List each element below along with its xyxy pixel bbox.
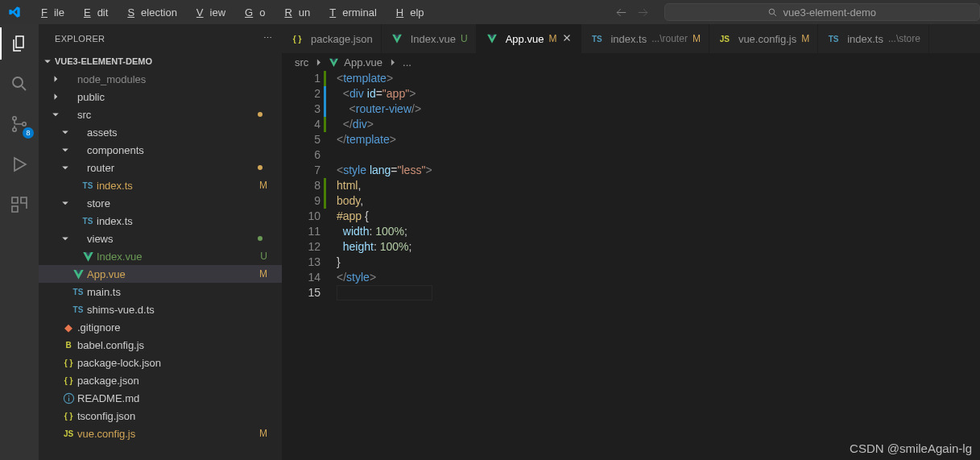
git-status: U xyxy=(260,251,267,262)
tab-index.ts[interactable]: TSindex.ts...\routerM xyxy=(581,24,709,53)
tab-vue.config.js[interactable]: JSvue.config.jsM xyxy=(709,24,818,53)
menu-selection[interactable]: Selection xyxy=(114,0,183,24)
breadcrumb-seg: src xyxy=(295,56,308,68)
code-line[interactable]: <router-view/> xyxy=(337,102,432,117)
file-babel.config.js[interactable]: Bbabel.config.js xyxy=(39,336,282,354)
code-line[interactable] xyxy=(337,147,432,163)
file-.gitignore[interactable]: ◆.gitignore xyxy=(39,318,282,336)
nav-back-icon[interactable]: 🡠 xyxy=(616,6,626,19)
sidebar-more-icon[interactable]: ⋯ xyxy=(263,33,272,44)
tree-item-label: main.ts xyxy=(87,286,121,298)
editor-group: { }package.jsonIndex.vueUApp.vueMTSindex… xyxy=(282,24,980,460)
activity-explorer[interactable] xyxy=(0,31,39,56)
git-dot xyxy=(258,165,263,170)
menu-run[interactable]: Run xyxy=(271,0,316,24)
code-line[interactable]: </style> xyxy=(337,270,432,285)
editor-tabs: { }package.jsonIndex.vueUApp.vueMTSindex… xyxy=(282,24,980,53)
tab-status: M xyxy=(548,33,556,44)
code-line[interactable]: } xyxy=(337,255,432,270)
code-line[interactable]: </template> xyxy=(337,132,432,147)
tree-item-label: public xyxy=(77,91,105,103)
folder-assets[interactable]: assets xyxy=(39,123,282,141)
tab-Index.vue[interactable]: Index.vueU xyxy=(382,24,477,53)
activity-extensions[interactable] xyxy=(0,192,39,218)
tree-item-label: node_modules xyxy=(77,73,146,85)
file-index.ts[interactable]: TSindex.ts xyxy=(39,212,282,230)
chevron-right-icon xyxy=(313,57,324,68)
titlebar: FileEditSelectionViewGoRunTerminalHelp 🡠… xyxy=(0,0,980,24)
menu-view[interactable]: View xyxy=(184,0,232,24)
tab-label: index.ts xyxy=(610,33,647,45)
chevron-down-icon xyxy=(60,198,71,208)
close-icon[interactable] xyxy=(561,32,573,46)
file-README.md[interactable]: README.md xyxy=(39,389,282,407)
chevron-down-icon xyxy=(50,110,61,119)
folder-components[interactable]: components xyxy=(39,141,282,159)
git-status: M xyxy=(259,268,267,280)
folder-views[interactable]: views xyxy=(39,230,282,247)
code-line[interactable]: <style lang="less"> xyxy=(337,163,432,178)
search-icon xyxy=(767,7,778,18)
tree-item-label: index.ts xyxy=(97,180,133,192)
command-center[interactable]: vue3-element-demo xyxy=(664,3,980,21)
code-line[interactable]: height: 100%; xyxy=(337,239,432,255)
project-header[interactable]: VUE3-ELEMENT-DEMO xyxy=(39,52,282,70)
sidebar: EXPLORER ⋯ VUE3-ELEMENT-DEMO node_module… xyxy=(39,24,282,460)
tree-item-label: index.ts xyxy=(97,215,133,227)
chevron-down-icon xyxy=(60,163,71,172)
code-line[interactable]: </div> xyxy=(337,117,432,132)
tree-item-label: vue.config.js xyxy=(77,428,135,440)
code-line[interactable]: <div id="app"> xyxy=(337,86,432,102)
tab-status: M xyxy=(693,33,701,44)
chevron-down-icon xyxy=(42,56,53,66)
folder-public[interactable]: public xyxy=(39,88,282,106)
folder-node_modules[interactable]: node_modules xyxy=(39,70,282,88)
tree-item-label: package.json xyxy=(77,375,139,387)
code-line[interactable]: width: 100%; xyxy=(337,224,432,239)
tab-hint: ...\store xyxy=(888,33,920,44)
file-Index.vue[interactable]: Index.vueU xyxy=(39,247,282,265)
tab-label: vue.config.js xyxy=(738,33,796,45)
file-main.ts[interactable]: TSmain.ts xyxy=(39,283,282,300)
tree-item-label: babel.config.js xyxy=(77,339,144,351)
breadcrumb-ellipsis: ... xyxy=(403,56,411,68)
code-editor[interactable]: 123456789101112131415 <template> <div id… xyxy=(282,71,980,460)
menu-file[interactable]: File xyxy=(28,0,71,24)
tab-status: M xyxy=(801,33,809,44)
tree-item-label: package-lock.json xyxy=(77,357,161,369)
folder-router[interactable]: router xyxy=(39,159,282,176)
menu-terminal[interactable]: Terminal xyxy=(316,0,383,24)
tab-label: package.json xyxy=(311,33,373,45)
file-package-lock.json[interactable]: { }package-lock.json xyxy=(39,354,282,371)
activity-scm[interactable]: 8 xyxy=(0,111,39,137)
menu-go[interactable]: Go xyxy=(232,0,271,24)
scm-badge: 8 xyxy=(23,127,34,139)
tree-item-label: Index.vue xyxy=(97,251,142,263)
project-name: VUE3-ELEMENT-DEMO xyxy=(55,56,152,66)
code-line[interactable]: #app { xyxy=(337,209,432,224)
code-line[interactable]: html, xyxy=(337,178,432,193)
menu-bar: FileEditSelectionViewGoRunTerminalHelp xyxy=(28,0,431,24)
menu-edit[interactable]: Edit xyxy=(71,0,114,24)
code-line[interactable]: body, xyxy=(337,193,432,209)
folder-src[interactable]: src xyxy=(39,106,282,123)
code-line[interactable] xyxy=(337,285,432,300)
menu-help[interactable]: Help xyxy=(383,0,431,24)
file-shims-vue.d.ts[interactable]: TSshims-vue.d.ts xyxy=(39,300,282,318)
code-line[interactable]: <template> xyxy=(337,71,432,86)
tree-item-label: tsconfig.json xyxy=(77,410,135,422)
file-App.vue[interactable]: App.vueM xyxy=(39,265,282,283)
activity-search[interactable] xyxy=(0,71,39,97)
tab-App.vue[interactable]: App.vueM xyxy=(477,24,582,53)
folder-store[interactable]: store xyxy=(39,194,282,212)
tree-item-label: README.md xyxy=(77,392,139,404)
tree-item-label: router xyxy=(87,162,114,174)
file-tsconfig.json[interactable]: { }tsconfig.json xyxy=(39,407,282,425)
tab-index.ts[interactable]: TSindex.ts...\store xyxy=(818,24,929,53)
file-vue.config.js[interactable]: JSvue.config.jsM xyxy=(39,425,282,442)
breadcrumb[interactable]: src App.vue ... xyxy=(282,53,980,71)
file-index.ts[interactable]: TSindex.tsM xyxy=(39,176,282,194)
tab-package.json[interactable]: { }package.json xyxy=(282,24,382,53)
activity-debug[interactable] xyxy=(0,151,39,177)
file-package.json[interactable]: { }package.json xyxy=(39,371,282,389)
